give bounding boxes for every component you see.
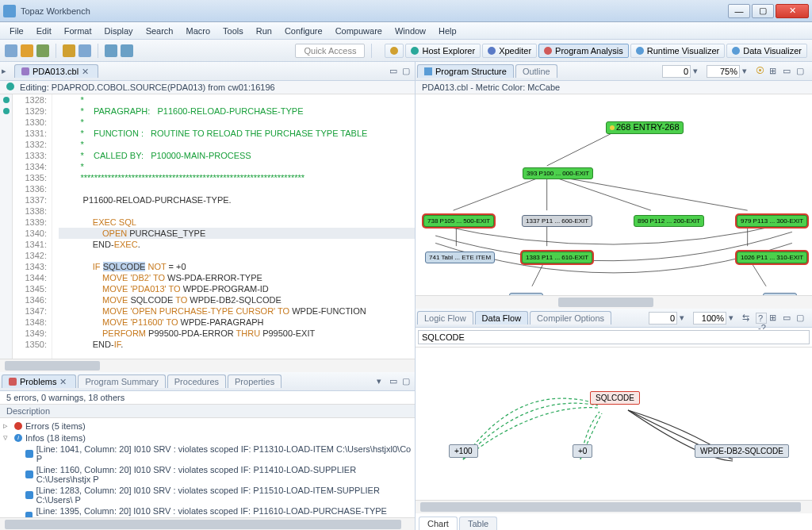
dataflow-canvas[interactable]: SQLCODE +100 +0 WPDE-DB2-SQLCODE: [416, 348, 812, 500]
minimize-button[interactable]: ―: [728, 4, 750, 18]
open-perspective-button[interactable]: [385, 44, 404, 58]
tool-icon[interactable]: ⊞: [769, 66, 780, 77]
tool-icon[interactable]: ⦿: [756, 66, 767, 77]
menu-compuware[interactable]: Compuware: [329, 25, 389, 37]
problem-item[interactable]: [Line: 1041, Column: 20] I010 SRV : viol…: [3, 444, 412, 464]
dataflow-scrollbar-h[interactable]: [416, 500, 812, 513]
persp-xpediter[interactable]: Xpediter: [482, 44, 537, 58]
structure-node[interactable]: 979 P113 ... 300-EXIT: [737, 215, 807, 227]
toolbar-icon[interactable]: [21, 44, 33, 57]
toolbar-icon[interactable]: [121, 44, 133, 57]
structure-node[interactable]: 1383 P11 ... 610-EXIT: [522, 252, 592, 263]
errors-group[interactable]: ▹Errors (5 items): [3, 420, 412, 432]
menu-format[interactable]: Format: [58, 25, 98, 37]
menu-edit[interactable]: Edit: [30, 25, 58, 37]
minimize-view-icon[interactable]: ▭: [389, 66, 400, 77]
program-structure-tab[interactable]: Program Structure: [417, 64, 514, 78]
minimize-view-icon[interactable]: ▭: [783, 313, 794, 324]
code-editor[interactable]: 1328:1329:1330:1331:1332:1333:1334:1335:…: [0, 94, 415, 359]
data-flow-tab[interactable]: Data Flow: [475, 311, 529, 325]
persp-program-analysis[interactable]: Program Analysis: [538, 44, 629, 58]
editor-info: Editing: PDAPROD.COBOL.SOURCE(PDA013) fr…: [0, 81, 415, 94]
svg-line-1: [454, 175, 547, 210]
compiler-options-tab[interactable]: Compiler Options: [530, 311, 611, 325]
procedures-tab[interactable]: Procedures: [167, 374, 226, 388]
menu-display[interactable]: Display: [98, 25, 140, 37]
maximize-view-icon[interactable]: ▢: [402, 66, 413, 77]
error-icon: [14, 422, 22, 430]
maximize-button[interactable]: ▢: [752, 4, 774, 18]
structure-node[interactable]: 268 ENTRY-268: [606, 121, 684, 134]
maximize-view-icon[interactable]: ▢: [796, 313, 807, 324]
stepper-icon[interactable]: ▾: [742, 66, 753, 77]
toolbar-icon[interactable]: [5, 44, 17, 57]
structure-node[interactable]: 890 P112 ... 200-EXIT: [634, 215, 704, 227]
minimize-view-icon[interactable]: ▭: [389, 376, 400, 387]
menu-macro[interactable]: Macro: [179, 25, 216, 37]
zoom-percent-input[interactable]: [707, 65, 740, 78]
program-summary-tab[interactable]: Program Summary: [78, 374, 165, 388]
problems-tree[interactable]: ▹Errors (5 items) ▿iInfos (18 items) [Li…: [0, 418, 415, 517]
quick-access[interactable]: Quick Access: [295, 44, 365, 58]
structure-node[interactable]: 741 Tabl ... ETE ITEM: [425, 252, 495, 263]
problems-scrollbar-h[interactable]: [0, 517, 415, 530]
tool-icon[interactable]: ?-?: [756, 313, 767, 324]
menu-help[interactable]: Help: [432, 25, 463, 37]
problems-tab[interactable]: Problems✕: [2, 374, 76, 388]
structure-node[interactable]: 1026 P11 ... 310-EXIT: [737, 252, 807, 263]
structure-node[interactable]: 738 P105 ... 500-EXIT: [423, 215, 494, 227]
persp-data-visualizer[interactable]: Data Visualizer: [726, 44, 807, 58]
tool-icon[interactable]: ⇆: [742, 313, 753, 324]
dataflow-node[interactable]: +0: [573, 444, 592, 458]
table-tab[interactable]: Table: [459, 517, 497, 530]
close-icon[interactable]: ✕: [82, 67, 91, 76]
stepper-icon[interactable]: ▾: [680, 313, 691, 324]
menu-configure[interactable]: Configure: [278, 25, 329, 37]
structure-title: PDA013.cbl - Metric Color: McCabe: [416, 81, 812, 94]
close-button[interactable]: ✕: [776, 4, 809, 18]
chart-tab[interactable]: Chart: [419, 517, 458, 530]
maximize-view-icon[interactable]: ▢: [402, 376, 413, 387]
zoom-offset-input[interactable]: [662, 65, 691, 78]
dataflow-node-focus[interactable]: SQLCODE: [590, 391, 640, 405]
problem-item[interactable]: [Line: 1283, Column: 20] I010 SRV : viol…: [3, 485, 412, 505]
problem-item[interactable]: [Line: 1160, Column: 20] I010 SRV : viol…: [3, 464, 412, 485]
persp-host-explorer[interactable]: Host Explorer: [405, 44, 481, 58]
dataflow-node[interactable]: +100: [449, 444, 478, 458]
structure-canvas[interactable]: 268 ENTRY-268 393 P100 ... 000-EXIT 738 …: [416, 94, 812, 295]
menu-file[interactable]: File: [3, 25, 30, 37]
dataflow-node[interactable]: WPDE-DB2-SQLCODE: [695, 444, 789, 458]
zoom-percent-input[interactable]: [693, 312, 726, 325]
zoom-offset-input[interactable]: [649, 312, 677, 325]
stepper-icon[interactable]: ▾: [729, 313, 740, 324]
problems-header[interactable]: Description: [0, 404, 415, 418]
toolbar-icon[interactable]: [105, 44, 117, 57]
logic-flow-tab[interactable]: Logic Flow: [417, 311, 473, 325]
tool-icon[interactable]: ⊞: [769, 313, 780, 324]
structure-node[interactable]: 393 P100 ... 000-EXIT: [523, 167, 593, 179]
struct-scrollbar-h[interactable]: [416, 295, 812, 308]
menu-run[interactable]: Run: [250, 25, 278, 37]
outline-tab[interactable]: Outline: [515, 64, 557, 78]
view-menu-icon[interactable]: ▾: [377, 376, 388, 387]
maximize-view-icon[interactable]: ▢: [796, 66, 807, 77]
editor-tab[interactable]: PDA013.cbl ✕: [14, 64, 98, 78]
structure-node[interactable]: 1337 P11 ... 600-EXIT: [522, 215, 592, 227]
menu-tools[interactable]: Tools: [216, 25, 250, 37]
minimize-view-icon[interactable]: ▭: [783, 66, 794, 77]
infos-group[interactable]: ▿iInfos (18 items): [3, 432, 412, 444]
close-icon[interactable]: ✕: [59, 377, 69, 386]
toolbar-icon[interactable]: [36, 44, 49, 57]
persp-runtime-visualizer[interactable]: Runtime Visualizer: [630, 44, 726, 58]
menu-search[interactable]: Search: [140, 25, 180, 37]
problem-item[interactable]: [Line: 1395, Column: 20] I010 SRV : viol…: [3, 505, 412, 517]
toolbar-icon[interactable]: [63, 44, 75, 57]
problems-icon: [9, 378, 17, 386]
dataflow-search-input[interactable]: [418, 330, 810, 344]
properties-tab[interactable]: Properties: [228, 374, 282, 388]
menu-window[interactable]: Window: [389, 25, 432, 37]
toolbar-icon[interactable]: [79, 44, 91, 57]
editor-scrollbar-h[interactable]: [0, 359, 415, 371]
collapse-icon[interactable]: ▸: [2, 66, 13, 77]
stepper-icon[interactable]: ▾: [693, 66, 704, 77]
